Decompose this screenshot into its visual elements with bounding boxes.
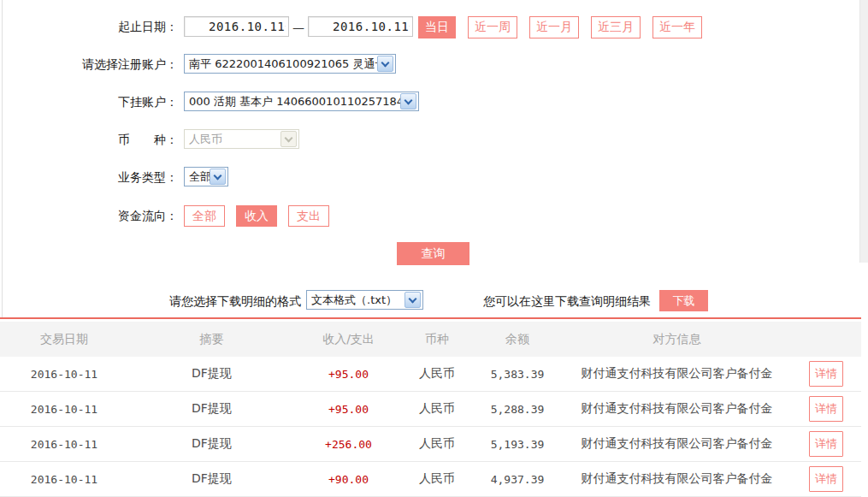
cell-amount: +256.00 xyxy=(295,438,402,451)
calendar-icon[interactable] xyxy=(409,19,410,34)
quick-range-week-button[interactable]: 近一周 xyxy=(468,16,517,38)
cell-currency: 人民币 xyxy=(402,436,472,452)
sub-account-select[interactable]: 000 活期 基本户 1406600101102571848 xyxy=(184,92,419,111)
register-account-value: 南平 6222001406100921065 灵通卡 xyxy=(185,56,377,72)
cell-currency: 人民币 xyxy=(402,471,472,487)
date-range-label: 起止日期： xyxy=(0,16,178,37)
page-left-border xyxy=(2,0,3,317)
quick-range-year-button[interactable]: 近一年 xyxy=(652,16,702,38)
fund-flow-income-button[interactable]: 收入 xyxy=(236,205,277,227)
cell-summary: DF提现 xyxy=(128,436,295,452)
cell-summary: DF提现 xyxy=(128,471,295,487)
detail-button[interactable]: 详情 xyxy=(809,431,843,457)
download-hint: 您可以在这里下载查询明细结果 xyxy=(483,293,651,310)
business-type-select[interactable]: 全部 xyxy=(184,167,228,186)
start-date-input[interactable]: 2016.10.11 xyxy=(184,16,289,37)
download-format-label: 请您选择下载明细的格式 xyxy=(0,293,301,310)
chevron-down-icon xyxy=(377,56,393,72)
chevron-down-icon xyxy=(210,169,226,185)
chevron-down-icon xyxy=(280,131,297,147)
table-row: 2016-10-11 DF提现 +95.00 人民币 5,288.39 财付通支… xyxy=(0,392,861,427)
business-type-value: 全部 xyxy=(185,169,210,185)
quick-range-month-button[interactable]: 近一月 xyxy=(529,16,579,38)
cell-counterparty: 财付通支付科技有限公司客户备付金 xyxy=(563,366,791,382)
cell-amount: +90.00 xyxy=(295,473,402,486)
sub-account-value: 000 活期 基本户 1406600101102571848 xyxy=(185,94,400,109)
cell-balance: 4,937.39 xyxy=(472,473,563,486)
end-date-value: 2016.10.11 xyxy=(309,20,409,33)
cell-currency: 人民币 xyxy=(402,366,472,382)
detail-button[interactable]: 详情 xyxy=(809,466,843,492)
currency-value: 人民币 xyxy=(185,132,280,147)
cell-amount: +95.00 xyxy=(295,368,402,381)
register-account-label: 请选择注册账户： xyxy=(0,54,178,74)
cell-currency: 人民币 xyxy=(402,401,472,417)
table-header-row: 交易日期 摘要 收入/支出 币种 余额 对方信息 xyxy=(0,322,861,357)
currency-label: 币 种： xyxy=(0,129,178,150)
cell-summary: DF提现 xyxy=(128,366,295,382)
cell-counterparty: 财付通支付科技有限公司客户备付金 xyxy=(563,401,791,417)
currency-select: 人民币 xyxy=(184,129,299,149)
cell-balance: 5,288.39 xyxy=(472,403,563,416)
quick-range-today-button[interactable]: 当日 xyxy=(418,16,456,38)
calendar-icon[interactable] xyxy=(285,19,286,34)
detail-button[interactable]: 详情 xyxy=(809,396,843,422)
cell-date: 2016-10-11 xyxy=(0,403,128,416)
cell-summary: DF提现 xyxy=(128,401,295,417)
section-divider xyxy=(0,317,861,319)
cell-amount: +95.00 xyxy=(295,403,402,416)
fund-flow-all-button[interactable]: 全部 xyxy=(184,205,225,227)
date-range-separator: — xyxy=(289,16,308,38)
fund-flow-expense-button[interactable]: 支出 xyxy=(288,205,329,227)
table-row: 2016-10-11 DF提现 +256.00 人民币 5,193.39 财付通… xyxy=(0,427,861,462)
scrollbar-thumb[interactable] xyxy=(859,0,868,263)
cell-counterparty: 财付通支付科技有限公司客户备付金 xyxy=(563,436,791,452)
cell-date: 2016-10-11 xyxy=(0,368,128,381)
chevron-down-icon xyxy=(404,292,421,308)
download-format-select[interactable]: 文本格式（.txt） xyxy=(306,290,423,310)
download-format-value: 文本格式（.txt） xyxy=(307,293,404,308)
fund-flow-label: 资金流向： xyxy=(0,205,178,226)
quick-range-buttons: 当日 近一周 近一月 近三月 近一年 xyxy=(418,16,702,38)
start-date-value: 2016.10.11 xyxy=(185,20,285,33)
header-summary: 摘要 xyxy=(128,332,295,347)
table-row: 2016-10-11 DF提现 +95.00 人民币 5,383.39 财付通支… xyxy=(0,357,861,392)
chevron-down-icon xyxy=(400,93,416,109)
quick-range-3months-button[interactable]: 近三月 xyxy=(591,16,641,38)
end-date-input[interactable]: 2016.10.11 xyxy=(308,16,413,37)
header-balance: 余额 xyxy=(472,332,563,347)
header-amount: 收入/支出 xyxy=(295,332,402,347)
transaction-table: 交易日期 摘要 收入/支出 币种 余额 对方信息 2016-10-11 DF提现… xyxy=(0,322,861,497)
table-row: 2016-10-11 DF提现 +90.00 人民币 4,937.39 财付通支… xyxy=(0,462,861,497)
cell-counterparty: 财付通支付科技有限公司客户备付金 xyxy=(563,471,791,487)
cell-date: 2016-10-11 xyxy=(0,438,128,451)
register-account-select[interactable]: 南平 6222001406100921065 灵通卡 xyxy=(184,54,396,74)
sub-account-label: 下挂账户： xyxy=(0,92,178,112)
business-type-label: 业务类型： xyxy=(0,167,178,187)
fund-flow-buttons: 全部 收入 支出 xyxy=(184,205,329,227)
detail-button[interactable]: 详情 xyxy=(809,361,843,387)
cell-balance: 5,193.39 xyxy=(472,438,563,451)
header-date: 交易日期 xyxy=(0,332,128,347)
cell-date: 2016-10-11 xyxy=(0,473,128,486)
download-button[interactable]: 下载 xyxy=(659,290,708,311)
query-button[interactable]: 查询 xyxy=(397,242,469,265)
cell-balance: 5,383.39 xyxy=(472,368,563,381)
header-counterparty: 对方信息 xyxy=(563,332,791,347)
header-currency: 币种 xyxy=(402,332,472,347)
